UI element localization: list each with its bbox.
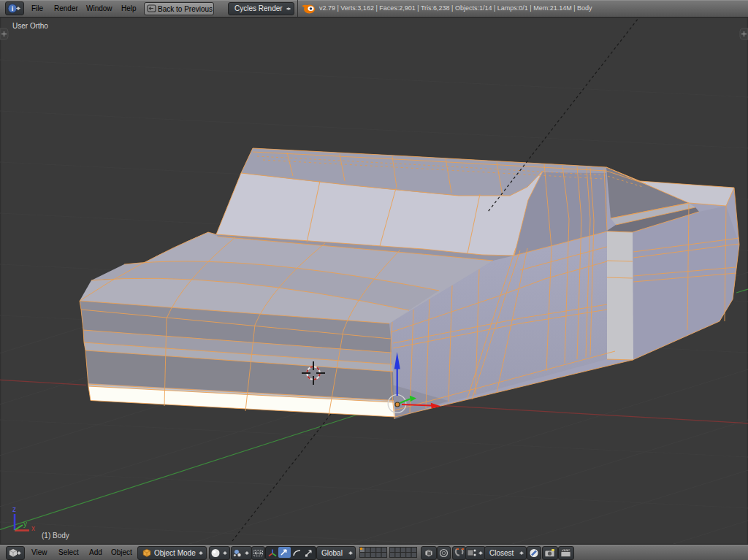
svg-text:Back to Previous: Back to Previous: [158, 5, 213, 13]
svg-text:y: y: [23, 520, 27, 528]
svg-text:z: z: [12, 505, 16, 513]
svg-text:(1) Body: (1) Body: [42, 532, 69, 540]
svg-text:User Ortho: User Ortho: [12, 22, 48, 30]
svg-text:x: x: [31, 524, 35, 532]
svg-text:i: i: [12, 5, 14, 12]
